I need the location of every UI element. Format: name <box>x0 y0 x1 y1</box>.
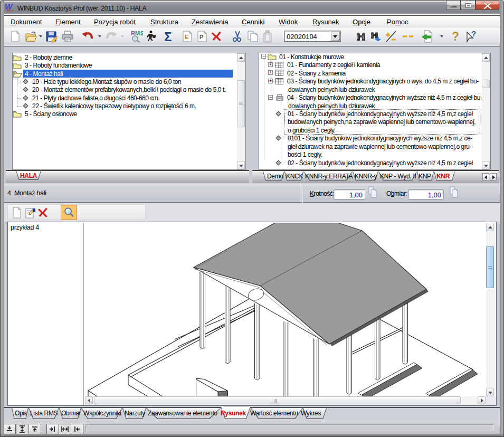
svg-text:E: E <box>185 34 188 40</box>
svg-text:M: M <box>135 30 140 36</box>
svg-text:S: S <box>140 30 143 36</box>
svg-text:Σ: Σ <box>164 30 172 43</box>
svg-text:?: ? <box>471 30 476 38</box>
svg-text:P: P <box>199 34 203 40</box>
svg-text:W: W <box>5 3 13 11</box>
svg-text:R: R <box>131 30 135 36</box>
svg-text:?: ? <box>452 30 459 43</box>
